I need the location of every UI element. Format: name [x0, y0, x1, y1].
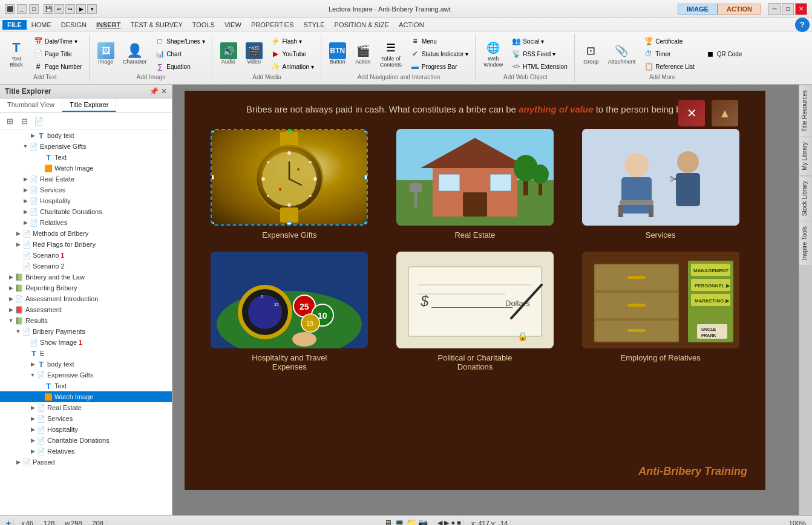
tree-item-scenario-2[interactable]: 📄 Scenario 2 [0, 261, 172, 272]
image-context-tab[interactable]: IMAGE [678, 4, 718, 15]
grid-item-real-estate[interactable]: Real Estate [388, 129, 562, 240]
close-button[interactable]: ✕ [795, 3, 807, 15]
rss-feed-button[interactable]: 📡 RSS Feed ▾ [508, 48, 571, 60]
tree-item-methods[interactable]: ▶ 📄 Methods of Bribery [0, 228, 172, 239]
ti-toggle[interactable]: ▶ [22, 208, 29, 215]
ti-toggle[interactable]: ▶ [22, 186, 29, 194]
menu-style[interactable]: STYLE [299, 20, 330, 30]
tree-item-body-text-2[interactable]: ▶ T body text [0, 359, 172, 370]
social-button[interactable]: 👥 Social ▾ [508, 35, 571, 47]
chart-button[interactable]: 📊 Chart [152, 48, 208, 60]
tree-item-hospitality-2[interactable]: ▶ 📄 Hospitality [0, 424, 172, 435]
tree-item-e[interactable]: T E [0, 348, 172, 359]
tree-item-charitable-2[interactable]: ▶ 📄 Charitable Donations [0, 435, 172, 446]
maximize-button[interactable]: □ [782, 3, 794, 15]
ti-toggle[interactable]: ▼ [15, 328, 22, 335]
tree-item-passed[interactable]: ▶ 📄 Passed [0, 457, 172, 468]
character-button[interactable]: 👤 Character [120, 41, 150, 67]
text-block-button[interactable]: T TextBlock [5, 38, 28, 70]
rs-tab-my-library[interactable]: My Library [799, 137, 812, 175]
flash-button[interactable]: ⚡ Flash ▾ [268, 35, 317, 47]
menu-home[interactable]: HOME [27, 20, 56, 30]
tree-item-results[interactable]: ▼ 📗 Results [0, 315, 172, 326]
sel-handle-right[interactable] [364, 175, 368, 180]
grid-item-charitable[interactable]: $ __________ Dollars 🔒 Political [388, 252, 562, 371]
tree-item-bribery-law[interactable]: ▶ 📗 Bribery and the Law [0, 272, 172, 282]
te-close-button[interactable]: ✕ [161, 87, 167, 96]
slide-nav-button[interactable]: ▲ [712, 100, 738, 126]
shape-lines-button[interactable]: ◻ Shape/Lines ▾ [152, 35, 208, 47]
tree-item-bribery-payments[interactable]: ▼ 📄 Bribery Payments [0, 326, 172, 337]
tree-item-text-2[interactable]: T Text [0, 380, 172, 391]
tree-item-expensive-gifts-1[interactable]: ▼ 📄 Expensive Gifts [0, 141, 172, 152]
tree-item-real-estate-1[interactable]: ▶ 📄 Real Estate [0, 174, 172, 184]
page-number-button[interactable]: # Page Number [30, 60, 85, 73]
menu-insert[interactable]: INSERT [91, 20, 125, 30]
grid-item-expensive-gifts[interactable]: Expensive Gifts [203, 129, 376, 240]
help-button[interactable]: ? [795, 18, 810, 32]
datetime-button[interactable]: 📅 Date/Time ▾ [30, 35, 85, 47]
video-button[interactable]: 🎬 Video [243, 41, 266, 67]
menu-test-survey[interactable]: TEST & SURVEY [125, 20, 187, 30]
tree-item-red-flags[interactable]: ▶ 📄 Red Flags for Bribery [0, 239, 172, 250]
menu-tools[interactable]: TOOLS [188, 20, 220, 30]
attachment-button[interactable]: 📎 Attachment [605, 41, 639, 67]
tree-item-expensive-gifts-2[interactable]: ▼ 📄 Expensive Gifts [0, 370, 172, 380]
quick-access-save[interactable]: 💾 [44, 4, 53, 14]
te-collapse-all[interactable]: ⊟ [18, 115, 30, 127]
button-button[interactable]: BTN Button [326, 41, 349, 67]
audio-button[interactable]: 🔊 Audio [217, 41, 240, 67]
ti-toggle[interactable]: ▶ [29, 360, 36, 368]
grid-item-hospitality[interactable]: 25 10 19 0 32 Hospitality and Trave [203, 252, 376, 371]
menu-design[interactable]: DESIGN [56, 20, 91, 30]
sel-handle-tl[interactable] [211, 129, 214, 132]
sel-handle-left[interactable] [211, 175, 214, 180]
html-extension-button[interactable]: </> HTML Extension [508, 60, 571, 73]
tree-item-assessment-intro[interactable]: ▶ 📄 Assessment Introduction [0, 293, 172, 304]
sb-add-button[interactable]: + [4, 518, 14, 526]
tree-item-body-text-1[interactable]: ▶ T body text [0, 130, 172, 141]
ti-toggle[interactable]: ▶ [15, 241, 22, 248]
youtube-button[interactable]: ▶ YouTube [268, 48, 317, 60]
ti-toggle[interactable]: ▶ [15, 458, 22, 466]
tree-item-assessment[interactable]: ▶ 📕 Assessment [0, 304, 172, 315]
tree-item-hospitality-1[interactable]: ▶ 📄 Hospitality [0, 195, 172, 206]
ti-toggle[interactable]: ▶ [22, 197, 29, 204]
ti-toggle[interactable]: ▶ [7, 295, 15, 302]
te-show-pages[interactable]: 📄 [33, 115, 45, 127]
grid-item-services[interactable]: ✂ Services [574, 129, 747, 240]
quick-access-redo[interactable]: ↪ [65, 4, 75, 14]
ti-toggle[interactable]: ▼ [22, 143, 29, 150]
ti-toggle[interactable]: ▼ [29, 371, 36, 379]
certificate-button[interactable]: 🏆 Certificate [641, 35, 697, 47]
tree-item-watch-image-1[interactable]: 🟧 Watch Image [0, 163, 172, 174]
sel-handle-br[interactable] [364, 222, 368, 226]
minimize-button[interactable]: ─ [768, 3, 781, 15]
qr-code-button[interactable]: ◼ QR Code [702, 48, 745, 60]
tree-item-services-1[interactable]: ▶ 📄 Services [0, 184, 172, 195]
te-pin-button[interactable]: 📌 [149, 87, 159, 96]
ti-toggle[interactable]: ▶ [29, 437, 36, 444]
sel-handle-tr[interactable] [364, 129, 368, 132]
action-context-tab[interactable]: ACTION [718, 4, 761, 15]
rs-tab-stock-library[interactable]: Stock Library [799, 175, 812, 221]
tree-item-text-1[interactable]: T Text [0, 152, 172, 163]
ti-toggle[interactable]: ▶ [7, 284, 15, 292]
quick-access-dropdown[interactable]: ▾ [87, 4, 97, 14]
ti-toggle[interactable]: ▶ [7, 273, 15, 281]
tree-item-charitable-1[interactable]: ▶ 📄 Charitable Donations [0, 206, 172, 217]
toc-button[interactable]: ☰ Table ofContents [377, 38, 405, 70]
reference-list-button[interactable]: 📋 Reference List [641, 60, 697, 73]
tree-item-real-estate-2[interactable]: ▶ 📄 Real Estate [0, 402, 172, 413]
group-button[interactable]: ⊡ Group [580, 41, 603, 67]
ti-toggle[interactable]: ▶ [15, 230, 22, 237]
ti-toggle[interactable]: ▶ [29, 448, 36, 455]
menu-properties[interactable]: PROPERTIES [246, 20, 299, 30]
ti-toggle[interactable]: ▶ [29, 415, 36, 422]
tree-item-relatives-2[interactable]: ▶ 📄 Relatives [0, 446, 172, 457]
menu-file[interactable]: FILE [2, 20, 27, 30]
rs-tab-inspire-tools[interactable]: Inspire Tools [799, 221, 812, 265]
ti-toggle[interactable]: ▼ [7, 317, 15, 324]
sel-handle-bl[interactable] [211, 222, 214, 226]
action-button[interactable]: 🎬 Action [352, 41, 375, 67]
